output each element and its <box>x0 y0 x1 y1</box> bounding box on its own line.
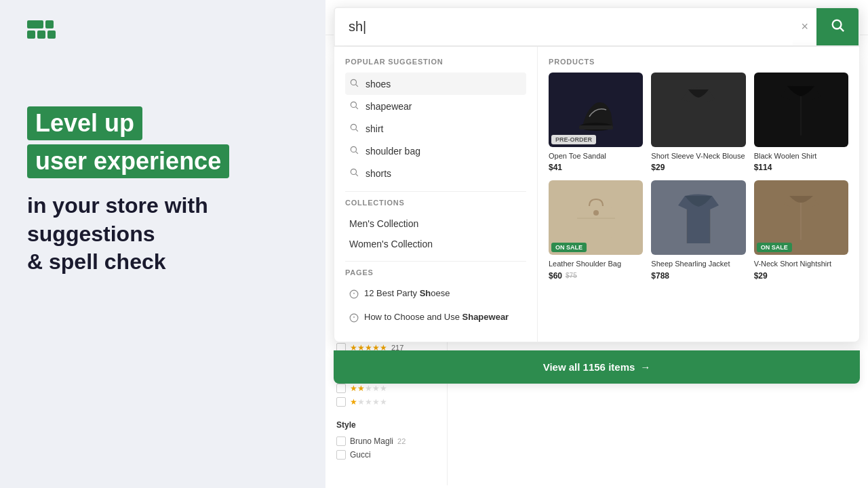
search-product-jacket[interactable]: Sheep Shearling Jacket $788 <box>651 180 745 280</box>
view-all-arrow: → <box>640 361 650 373</box>
headline-line2: user experience <box>27 144 229 178</box>
svg-line-8 <box>356 85 358 87</box>
search-blouse-price: $29 <box>651 163 665 172</box>
svg-line-6 <box>840 28 844 31</box>
svg-line-12 <box>356 129 358 131</box>
suggestion-shirt[interactable]: shirt <box>345 117 526 140</box>
svg-point-15 <box>351 169 356 174</box>
search-products-grid: PRE-ORDER Open Toe Sandal $41 <box>549 73 848 281</box>
page-shapewear-guide[interactable]: How to Choose and Use Shapewear <box>345 307 526 331</box>
search-product-shirt-img <box>754 73 848 147</box>
search-nightshirt-price: $29 <box>754 271 768 281</box>
search-product-nightshirt[interactable]: ON SALE V-Neck Short Nightshirt $29 <box>754 180 848 280</box>
nightshirt-badge: ON SALE <box>757 243 792 252</box>
search-product-sandal[interactable]: PRE-ORDER Open Toe Sandal $41 <box>549 73 643 172</box>
search-clear-button[interactable]: × <box>793 12 816 42</box>
search-product-bag-img: ON SALE <box>549 180 643 255</box>
suggestion-shorts[interactable]: shorts <box>345 162 526 184</box>
svg-line-16 <box>356 174 358 176</box>
search-submit-button[interactable] <box>816 8 859 45</box>
pages-title: PAGES <box>345 268 526 277</box>
search-icon-shorts <box>349 167 359 179</box>
headline-line1: Level up <box>27 106 142 140</box>
search-icon-shoes <box>349 78 359 89</box>
headline-line4: suggestions <box>27 220 298 249</box>
svg-rect-24 <box>579 125 613 129</box>
search-nightshirt-name: V-Neck Short Nightshirt <box>754 259 848 268</box>
main-area: All Products Pages Showing 336 results f… <box>326 0 868 488</box>
page-icon-shapewear <box>349 313 359 326</box>
sandal-badge: PRE-ORDER <box>551 135 596 144</box>
search-product-sandal-img: PRE-ORDER <box>549 73 643 147</box>
search-product-nightshirt-img: ON SALE <box>754 180 848 255</box>
search-sandal-name: Open Toe Sandal <box>549 151 643 161</box>
style-gucci[interactable]: Gucci <box>336 450 436 460</box>
collection-mens[interactable]: Men's Collection <box>345 214 526 234</box>
search-jacket-price: $788 <box>651 271 669 281</box>
search-shirt-name: Black Woolen Shirt <box>754 151 848 161</box>
collection-womens[interactable]: Women's Collection <box>345 234 526 254</box>
search-product-blouse[interactable]: Short Sleeve V-Neck Blouse $29 <box>651 73 745 172</box>
search-jacket-name: Sheep Shearling Jacket <box>651 259 745 268</box>
search-icon-shirt <box>349 123 359 134</box>
svg-line-10 <box>356 107 358 109</box>
search-dropdown: POPULAR SUGGESTION shoes <box>334 47 860 342</box>
rating-2[interactable]: ★★★★★ <box>336 384 436 393</box>
style-title: Style <box>336 420 436 430</box>
svg-line-14 <box>356 152 358 154</box>
rating-1-check[interactable] <box>336 397 346 407</box>
suggestion-shapewear[interactable]: shapewear <box>345 95 526 117</box>
search-bag-price: $60 <box>549 271 562 281</box>
style-brunomagli-check[interactable] <box>336 436 346 446</box>
search-product-blouse-img <box>651 73 745 147</box>
style-brunomagli[interactable]: Bruno Magli 22 <box>336 436 436 446</box>
svg-point-28 <box>593 210 599 216</box>
style-filter: Style Bruno Magli 22 Gucci <box>336 420 436 460</box>
search-bag-name: Leather Shoulder Bag <box>549 259 643 268</box>
search-product-bag[interactable]: ON SALE Leather Shoulder Bag $60 $75 <box>549 180 643 280</box>
svg-point-13 <box>351 146 356 152</box>
view-all-button[interactable]: View all 1156 items → <box>334 350 860 384</box>
rating-2-check[interactable] <box>336 384 346 393</box>
page-party-shoes[interactable]: 12 Best Party Shoese <box>345 283 526 307</box>
search-shirt-price: $114 <box>754 163 772 172</box>
search-icon-shapewear <box>349 100 359 112</box>
search-sandal-price: $41 <box>549 163 562 172</box>
svg-point-11 <box>351 124 356 129</box>
suggestions-panel: POPULAR SUGGESTION shoes <box>334 47 538 342</box>
view-all-label: View all 1156 items <box>543 361 635 373</box>
suggestion-shoes[interactable]: shoes <box>345 73 526 95</box>
style-list: Bruno Magli 22 Gucci <box>336 436 436 460</box>
svg-point-5 <box>833 20 842 29</box>
headline-line3: in your store with <box>27 192 298 220</box>
page-icon-party <box>349 289 359 302</box>
bag-badge: ON SALE <box>551 243 587 252</box>
search-product-shirt[interactable]: Black Woolen Shirt $114 <box>754 73 848 172</box>
search-bar: × <box>334 7 860 47</box>
headline: Level up user experience in your store w… <box>27 106 298 277</box>
collections-title: COLLECTIONS <box>345 199 526 207</box>
logo <box>27 20 298 39</box>
search-input[interactable] <box>335 8 793 45</box>
search-overlay: × POPULAR SUGGESTION <box>326 0 868 384</box>
left-panel: Level up user experience in your store w… <box>0 0 326 488</box>
search-product-jacket-img <box>651 180 745 255</box>
suggestion-shoulder-bag[interactable]: shoulder bag <box>345 140 526 162</box>
svg-point-7 <box>351 79 356 85</box>
search-icon-shoulder-bag <box>349 145 359 157</box>
popular-suggestion-title: POPULAR SUGGESTION <box>345 58 526 66</box>
search-blouse-name: Short Sleeve V-Neck Blouse <box>651 151 745 161</box>
headline-line5: & spell check <box>27 248 298 277</box>
rating-1[interactable]: ★★★★★ <box>336 397 436 407</box>
products-title: PRODUCTS <box>549 58 848 66</box>
search-bag-old-price: $75 <box>566 272 577 279</box>
svg-point-9 <box>351 102 356 107</box>
style-gucci-check[interactable] <box>336 450 346 460</box>
products-panel: PRODUCTS PRE-ORDER <box>538 47 859 342</box>
